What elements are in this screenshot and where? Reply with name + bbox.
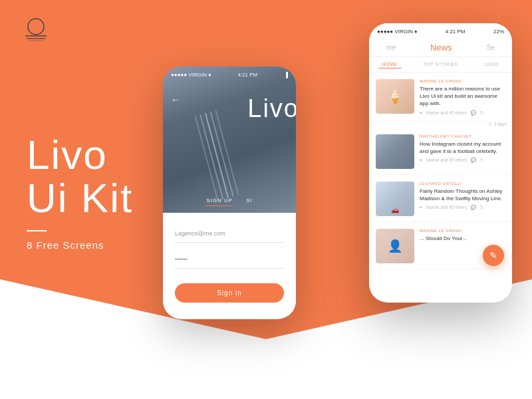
news-body-1: MARINE LE GRAND There are a million reas… <box>420 79 505 116</box>
nav-search[interactable]: Se <box>481 41 500 54</box>
phone2-battery: 22% <box>493 29 504 35</box>
title-divider <box>27 230 47 231</box>
comments-2: 5 <box>480 158 483 162</box>
nav-news[interactable]: News <box>425 40 458 55</box>
news-author-1: MARINE LE GRAND <box>420 79 505 83</box>
phone1-time: 4:21 PM <box>237 72 257 78</box>
phone1-screen: ●●●●● VIRGIN ♦ 4:21 PM ▐ ← Livo SIGN UP … <box>163 66 296 319</box>
svg-point-0 <box>28 19 44 35</box>
news-author-2: BARTHELEMY CHALVET <box>420 134 505 138</box>
title-line2: Ui Kit <box>27 175 133 221</box>
app-title: Livo Ui Kit <box>27 133 133 219</box>
news-meta-1: ♥ Marine and 45 others 💬 5 <box>420 110 505 116</box>
news-thumb-1 <box>376 79 414 114</box>
news-item-1[interactable]: MARINE LE GRAND There are a million reas… <box>369 72 512 122</box>
phone-login: ●●●●● VIRGIN ♦ 4:21 PM ▐ ← Livo SIGN UP … <box>163 66 296 319</box>
news-body-3: LEONARD ORTELLI Fairly Random Thoughts o… <box>420 182 505 216</box>
news-time-1: ⏱ 2 days <box>369 122 512 128</box>
app-subtitle: 8 Free Screens <box>27 239 133 251</box>
news-meta-2: ♥ Marine and 45 others 💬 5 <box>420 158 505 163</box>
phone1-tab-signin[interactable]: SI <box>246 198 253 206</box>
logo <box>20 15 52 44</box>
news-meta-3: ♥ Marine and 45 others 💬 5 <box>420 205 505 210</box>
news-thumb-3 <box>376 182 414 216</box>
comments-1: 5 <box>480 110 483 115</box>
email-field[interactable] <box>175 227 284 243</box>
back-arrow[interactable]: ← <box>171 94 180 105</box>
phone2-nav: me News Se <box>369 37 512 57</box>
comment-icon-1: 💬 <box>471 110 476 116</box>
tab-liked[interactable]: LIKED <box>480 61 503 68</box>
fab-button[interactable]: ✎ <box>483 245 504 266</box>
tab-top-stories[interactable]: TOP STORIES <box>420 61 462 68</box>
phone-news: ●●●●● VIRGIN ♦ 4:21 PM 22% me News Se HO… <box>369 23 512 303</box>
heart-icon-1: ♥ <box>420 110 422 115</box>
news-title-1: There are a million reasons to use Livo … <box>420 85 505 108</box>
news-title-4: ... Should Do Your... <box>420 235 505 242</box>
left-content: Livo Ui Kit 8 Free Screens <box>27 133 133 251</box>
hero-bg <box>163 66 296 213</box>
news-thumb-4: 👤 <box>376 229 414 263</box>
comment-icon-3: 💬 <box>471 205 476 210</box>
phone1-battery: ▐ <box>284 72 288 78</box>
likes-2: Marine and 45 others <box>426 158 467 162</box>
sunset-icon <box>20 15 52 41</box>
comment-icon-2: 💬 <box>471 158 476 163</box>
likes-1: Marine and 45 others <box>426 110 467 115</box>
phone1-tab-signup[interactable]: SIGN UP <box>206 198 233 206</box>
phone1-form: Sign in <box>163 213 296 316</box>
tab-home[interactable]: HOME <box>378 61 402 68</box>
news-thumb-2 <box>376 134 414 169</box>
phone2-carrier: ●●●●● VIRGIN ♦ <box>377 29 417 35</box>
news-item-2[interactable]: BARTHELEMY CHALVET How Instagram closed … <box>369 128 512 175</box>
likes-3: Marine and 45 others <box>426 205 467 209</box>
news-author-4: MARINE LE GRAND <box>420 229 505 233</box>
phone1-tabs: SIGN UP SI <box>163 198 296 206</box>
news-title-3: Fairly Random Thoughts on Ashley Madison… <box>420 188 505 202</box>
phone1-carrier: ●●●●● VIRGIN ♦ <box>171 72 211 78</box>
news-body-2: BARTHELEMY CHALVET How Instagram closed … <box>420 134 505 169</box>
title-line1: Livo <box>27 132 108 178</box>
phone1-hero: ●●●●● VIRGIN ♦ 4:21 PM ▐ ← Livo SIGN UP … <box>163 66 296 213</box>
nav-me[interactable]: me <box>381 41 401 54</box>
fab-icon: ✎ <box>489 250 497 261</box>
signin-button[interactable]: Sign in <box>175 283 284 303</box>
password-field[interactable] <box>175 253 284 269</box>
phone2-time: 4:21 PM <box>446 29 466 35</box>
news-author-3: LEONARD ORTELLI <box>420 182 505 186</box>
heart-icon-2: ♥ <box>420 158 422 162</box>
comments-3: 5 <box>480 205 483 209</box>
news-title-2: How Instagram closed my account and gave… <box>420 140 505 155</box>
heart-icon-3: ♥ <box>420 205 422 209</box>
phone2-tabs: HOME TOP STORIES LIKED <box>369 57 512 72</box>
phone2-statusbar: ●●●●● VIRGIN ♦ 4:21 PM 22% <box>369 23 512 37</box>
news-item-3[interactable]: LEONARD ORTELLI Fairly Random Thoughts o… <box>369 175 512 222</box>
phone1-statusbar: ●●●●● VIRGIN ♦ 4:21 PM ▐ <box>163 66 296 80</box>
phone1-livo-label: Livo <box>247 94 296 123</box>
